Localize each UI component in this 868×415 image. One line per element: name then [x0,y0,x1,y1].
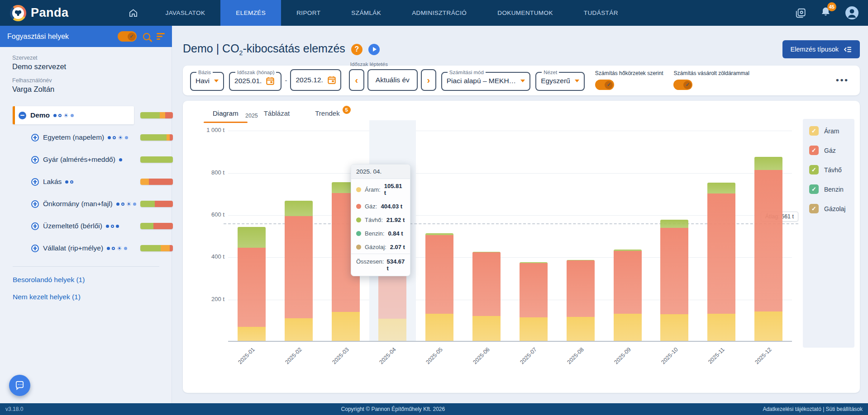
expand-icon[interactable] [31,178,39,186]
nav-item-riport[interactable]: RIPORT [281,0,336,26]
legend-checkbox[interactable]: ✓ [809,146,819,155]
gridline-1000 [228,131,792,131]
bar-segment-ram [567,317,595,341]
tree-item-lak-s[interactable]: Lakás [13,173,134,191]
calculation-mode-select[interactable]: Számítási mód Piaci alapú – MEKH… [441,70,530,91]
period-from-value: 2025.01. [234,77,262,85]
green-power-toggle[interactable]: ✓ [673,80,692,90]
calendar-icon[interactable] [266,77,274,85]
collapse-icon[interactable] [19,112,26,119]
heat-district-toggle[interactable]: ✓ [595,80,614,90]
expand-icon[interactable] [31,245,39,252]
tree-item-badges [119,158,122,161]
link-unassigned-places[interactable]: Besorolandó helyek (1) [13,276,159,284]
tree-item-egyetem-napelem[interactable]: Egyetem (napelem)☀ [13,128,134,146]
tree-item-badges [106,225,119,228]
legend-item-g-zolaj[interactable]: ✓Gázolaj [809,204,854,213]
bar-2025-05[interactable] [425,233,453,341]
tree-item-badges: ☀ [107,247,127,250]
places-toggle[interactable]: ✓ [118,31,137,42]
app-logo[interactable]: Panda [10,5,69,21]
tree-item-label: Egyetem (napelem) [43,133,104,141]
heat-district-toggle-label: Számítás hőkörzetek szerint [595,70,663,76]
chart-card: DiagramTáblázatTrendek5 Átlag: 561 t2025… [183,101,860,393]
bar-2025-01[interactable] [238,227,266,341]
sun-icon: ☀ [117,247,122,250]
tree-item-nkorm-ny-man-fajl[interactable]: Önkormány (man+fajl)☀ [13,195,134,213]
home-icon [128,8,138,18]
org-value: Demo szervezet [12,62,172,71]
filter-icon[interactable] [157,33,165,40]
expand-icon[interactable] [31,134,39,141]
legend-item-t-vh[interactable]: ✓Távhő [809,165,854,174]
legend-item-benzin[interactable]: ✓Benzin [809,184,854,194]
bar-2025-08[interactable] [567,260,595,341]
legend-item-g-z[interactable]: ✓Gáz [809,146,854,155]
legend-checkbox[interactable]: ✓ [809,165,819,174]
tree-item-label: Demo [30,111,50,119]
nav-item-elemz-s[interactable]: ELEMZÉS [220,0,281,26]
period-from-field[interactable]: Időszak (hónap) 2025.01. [229,70,281,91]
view-select[interactable]: Nézet Egyszerű [535,70,585,91]
chat-icon [14,380,25,391]
tree-item-gy-r-alm-r-s-medd[interactable]: Gyár (almérés+meddő) [13,151,134,169]
tree-item-v-llalat-rip-m-lye[interactable]: Vállalat (rip+mélye)☀ [13,239,134,257]
search-icon[interactable] [143,33,150,40]
play-icon[interactable] [368,44,380,55]
legend-checkbox[interactable]: ✓ [809,184,819,194]
nav-item-tud-st-r[interactable]: TUDÁSTÁR [568,0,634,26]
dot-icon [116,225,119,228]
cookie-settings-link[interactable]: Süti beállítások [826,406,863,412]
heat-district-toggle-group: Számítás hőkörzetek szerint ✓ [595,70,663,90]
more-options-button[interactable]: ••• [832,73,853,87]
gallery-icon[interactable] [795,7,806,19]
bar-segment-g-z [614,251,642,314]
prev-period-button[interactable]: ‹ [349,69,364,91]
legend-item-ram[interactable]: ✓Áram [809,126,854,136]
bar-2025-10[interactable] [660,220,688,341]
period-to-field[interactable]: 2025.12. [290,69,341,91]
nav-item-sz-ml-k[interactable]: SZÁMLÁK [336,0,396,26]
tooltip-title: 2025. 04. [351,165,410,179]
chevron-down-icon [575,80,579,82]
basis-select[interactable]: Bázis Havi [190,70,224,91]
calendar-icon[interactable] [328,76,336,84]
nav-item-javaslatok[interactable]: JAVASLATOK [150,0,221,26]
energy-mix-bar [140,245,173,251]
avatar-icon[interactable] [845,6,859,20]
privacy-link[interactable]: Adatkezelési tájékoztató [763,406,821,412]
nav-home[interactable] [116,0,150,26]
tree-item-demo[interactable]: Demo☀ [13,106,134,124]
bar-2025-02[interactable] [285,201,313,341]
analysis-types-button[interactable]: Elemzés típusok [782,40,860,58]
main-content: Demo | CO2-kibocsátás elemzés ? Elemzés … [172,26,868,403]
collapse-menu-icon [844,46,852,53]
current-period-button[interactable]: Aktuális év [367,69,418,91]
x-axis-label: 2025-01 [237,346,256,365]
bar-2025-12[interactable] [754,157,782,341]
x-axis-label: 2025-06 [472,346,491,365]
x-axis-label: 2025-11 [707,346,726,365]
legend-checkbox[interactable]: ✓ [809,204,819,213]
expand-icon[interactable] [31,222,39,230]
tree-item-zemeltet-b-rl-i[interactable]: Üzemeltető (bérlői) [13,217,134,235]
tooltip-series-value: 21.92 t [386,217,405,223]
calculation-mode-value: Piaci alapú – MEKH… [447,77,516,85]
notifications-button[interactable]: 45 [820,6,831,19]
expand-icon[interactable] [31,200,39,208]
bar-2025-06[interactable] [472,252,501,341]
bar-2025-11[interactable] [707,183,735,341]
bar-2025-09[interactable] [614,250,642,341]
bar-2025-07[interactable] [520,262,548,341]
x-axis-label: 2025-10 [660,346,679,365]
nav-item-adminisztr-ci[interactable]: ADMINISZTRÁCIÓ [396,0,482,26]
ring-icon [112,247,115,250]
basis-label: Bázis [196,70,213,75]
link-unmanaged-places[interactable]: Nem kezelt helyek (1) [13,293,159,301]
expand-icon[interactable] [31,156,39,164]
legend-checkbox[interactable]: ✓ [809,126,819,136]
next-period-button[interactable]: › [421,69,436,91]
chat-button[interactable] [9,375,30,396]
help-icon[interactable]: ? [351,44,362,55]
nav-item-dokumentumok[interactable]: DOKUMENTUMOK [482,0,568,26]
